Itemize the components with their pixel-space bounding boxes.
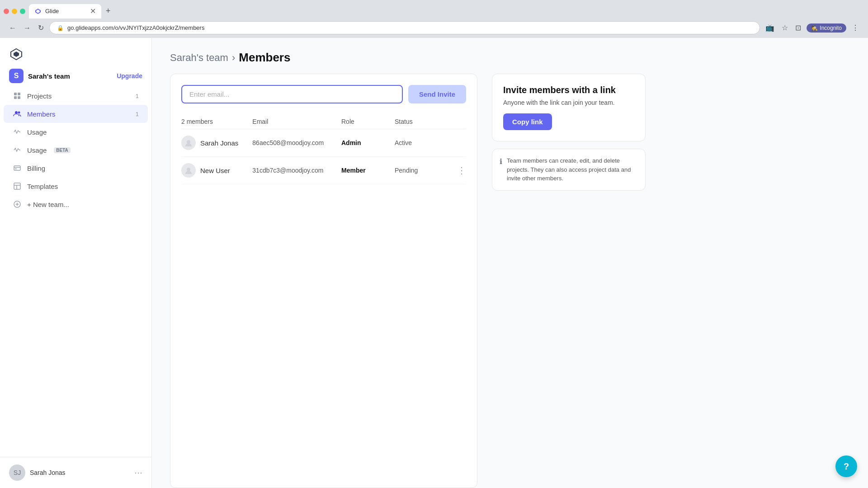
active-tab[interactable]: Glide ✕: [29, 4, 101, 19]
svg-rect-10: [14, 166, 20, 170]
sidebar-item-billing[interactable]: Billing: [4, 159, 148, 177]
sidebar-item-usage[interactable]: Usage: [4, 123, 148, 141]
sidebar-item-new-team[interactable]: + New team...: [4, 195, 148, 213]
breadcrumb-current: Members: [239, 51, 290, 65]
member-avatar-0: [181, 136, 196, 150]
col-status: Status: [395, 118, 448, 125]
cast-button[interactable]: 📺: [764, 22, 776, 34]
sidebar-item-templates-label: Templates: [27, 183, 58, 190]
team-avatar: S: [9, 69, 24, 83]
members-count: 1: [136, 111, 139, 117]
sidebar-item-usage-beta-label: Usage: [27, 146, 47, 154]
win-close-btn[interactable]: [4, 9, 9, 14]
info-icon: ℹ: [500, 157, 502, 183]
svg-marker-3: [14, 52, 19, 57]
people-icon: [13, 109, 22, 118]
members-layout: Send Invite 2 members Email Role Status: [152, 74, 868, 488]
win-max-btn[interactable]: [20, 9, 25, 14]
sidebar-item-members[interactable]: Members 1: [4, 105, 148, 123]
svg-point-20: [187, 168, 190, 171]
info-note: ℹ Team members can create, edit, and del…: [492, 149, 646, 191]
table-row: Sarah Jonas 86aec508@moodjoy.com Admin A…: [181, 129, 466, 157]
member-name-1: New User: [181, 163, 252, 178]
svg-rect-4: [14, 93, 17, 95]
invite-row: Send Invite: [181, 85, 466, 103]
bookmark-button[interactable]: ☆: [780, 22, 790, 34]
col-members: 2 members: [181, 118, 252, 125]
tab-title: Glide: [45, 8, 86, 14]
plus-icon: [13, 200, 22, 209]
svg-rect-13: [14, 183, 20, 189]
svg-point-8: [15, 111, 18, 114]
col-role: Role: [341, 118, 395, 125]
team-name: Sarah's team: [28, 72, 112, 80]
glide-logo: [9, 47, 24, 61]
svg-rect-6: [14, 96, 17, 99]
billing-icon: [13, 164, 22, 173]
breadcrumb-team[interactable]: Sarah's team: [170, 52, 228, 64]
back-button[interactable]: ←: [7, 22, 18, 34]
team-row: S Sarah's team Upgrade: [0, 65, 151, 87]
member-more-button-1[interactable]: ⋮: [457, 165, 466, 176]
help-button[interactable]: ?: [835, 455, 857, 477]
main-header: Sarah's team › Members: [152, 38, 868, 74]
sidebar-item-projects-label: Projects: [27, 92, 52, 100]
incognito-label: Incognito: [820, 25, 842, 31]
menu-button[interactable]: ⋮: [850, 22, 861, 34]
incognito-badge: 🕵 Incognito: [807, 23, 846, 33]
member-email-0: 86aec508@moodjoy.com: [252, 139, 341, 146]
activity-icon: [13, 127, 22, 136]
member-status-0: Active: [395, 139, 448, 146]
upgrade-button[interactable]: Upgrade: [117, 72, 142, 80]
address-input[interactable]: 🔒 go.glideapps.com/o/vvJNYITxjzzA0okjckr…: [49, 21, 760, 34]
info-panel: Invite members with a link Anyone with t…: [492, 74, 646, 488]
user-more-button[interactable]: ⋯: [134, 468, 142, 478]
sidebar-item-members-label: Members: [27, 110, 56, 118]
col-actions: [448, 118, 466, 125]
sidebar-item-usage-label: Usage: [27, 128, 47, 136]
new-team-label: + New team...: [27, 201, 69, 208]
app: S Sarah's team Upgrade Projects 1: [0, 38, 868, 488]
member-actions-1: ⋮: [448, 165, 466, 176]
main-content: Sarah's team › Members Send Invite 2 mem…: [152, 38, 868, 488]
team-initial: S: [14, 72, 19, 80]
breadcrumb-separator: ›: [232, 52, 235, 64]
col-email: Email: [252, 118, 341, 125]
send-invite-button[interactable]: Send Invite: [408, 85, 466, 103]
sidebar-item-usage-beta[interactable]: Usage BETA: [4, 141, 148, 159]
member-role-0: Admin: [341, 139, 395, 146]
email-input[interactable]: [181, 85, 403, 103]
profile-button[interactable]: ⊡: [793, 22, 803, 34]
tab-close-btn[interactable]: ✕: [90, 8, 96, 15]
table-row: New User 31cdb7c3@moodjoy.com Member Pen…: [181, 157, 466, 184]
new-tab-button[interactable]: +: [103, 4, 113, 19]
sidebar-item-projects[interactable]: Projects 1: [4, 87, 148, 105]
forward-button[interactable]: →: [22, 22, 33, 34]
member-email-1: 31cdb7c3@moodjoy.com: [252, 167, 341, 174]
svg-point-19: [187, 140, 190, 144]
table-header: 2 members Email Role Status: [181, 114, 466, 129]
svg-rect-7: [18, 96, 20, 99]
template-icon: [13, 182, 22, 191]
invite-link-title: Invite members with a link: [503, 85, 634, 95]
sidebar: S Sarah's team Upgrade Projects 1: [0, 38, 152, 488]
sidebar-item-billing-label: Billing: [27, 164, 45, 172]
win-min-btn[interactable]: [12, 9, 17, 14]
member-status-1: Pending: [395, 167, 448, 174]
sidebar-footer: SJ Sarah Jonas ⋯: [0, 457, 151, 488]
member-avatar-1: [181, 163, 196, 178]
members-card: Send Invite 2 members Email Role Status: [170, 74, 477, 488]
members-table: 2 members Email Role Status: [181, 114, 466, 184]
info-note-text: Team members can create, edit, and delet…: [507, 156, 638, 183]
sidebar-item-templates[interactable]: Templates: [4, 177, 148, 195]
refresh-button[interactable]: ↻: [36, 22, 46, 34]
member-name-text-1: New User: [200, 167, 230, 174]
svg-rect-5: [18, 93, 20, 95]
user-name: Sarah Jonas: [30, 469, 130, 476]
copy-link-button[interactable]: Copy link: [503, 113, 552, 130]
lock-icon: 🔒: [57, 25, 64, 31]
member-role-1: Member: [341, 167, 395, 174]
member-name-text-0: Sarah Jonas: [200, 139, 238, 147]
activity-beta-icon: [13, 145, 22, 155]
sidebar-header: [0, 38, 151, 65]
